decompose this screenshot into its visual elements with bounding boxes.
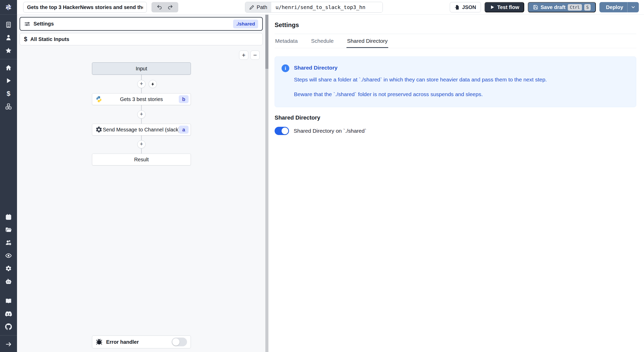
canvas-zoom-controls: + − bbox=[239, 51, 260, 60]
sidebar-nav-group: $ bbox=[0, 61, 17, 113]
flow-settings-box[interactable]: Settings ./shared bbox=[20, 17, 263, 31]
all-static-inputs-box[interactable]: $ All Static Inputs bbox=[20, 33, 263, 45]
sidebar-item-runs[interactable] bbox=[0, 74, 17, 87]
json-button[interactable]: JSON bbox=[450, 2, 481, 12]
sidebar-expand-button[interactable] bbox=[0, 338, 17, 351]
flow-graph: Input + bbox=[92, 62, 191, 165]
pencil-icon bbox=[249, 5, 254, 10]
info-icon: i bbox=[282, 64, 289, 72]
trigger-button[interactable] bbox=[149, 80, 157, 88]
flow-title-input[interactable] bbox=[23, 2, 147, 13]
sidebar-item-folders[interactable] bbox=[0, 223, 17, 236]
sidebar-item-docs[interactable] bbox=[0, 295, 17, 307]
bug-icon bbox=[96, 339, 103, 345]
save-draft-button[interactable]: Save draft Ctrl S bbox=[528, 2, 596, 12]
info-box-line1: Steps will share a folder at `./shared` … bbox=[294, 76, 547, 83]
flow-settings-label: Settings bbox=[33, 21, 54, 27]
windmill-logo[interactable] bbox=[0, 0, 17, 15]
sidebar-item-user[interactable] bbox=[0, 31, 17, 44]
flow-node-step-a[interactable]: Send Message to Channel (slack) a bbox=[92, 124, 191, 136]
sidebar-item-groups[interactable] bbox=[0, 236, 17, 249]
zoom-out-button[interactable]: − bbox=[250, 51, 260, 60]
sidebar-item-settings[interactable] bbox=[0, 262, 17, 275]
topbar: Path JSON Test flow Save draft bbox=[17, 0, 644, 15]
panel-resize-scrollbar[interactable] bbox=[265, 15, 268, 352]
path-input[interactable] bbox=[271, 2, 383, 12]
shared-directory-toggle-row: Shared Directory on `./shared` bbox=[275, 127, 636, 135]
undo-redo-group bbox=[151, 2, 178, 12]
file-export-icon bbox=[455, 5, 460, 10]
sidebar-item-audit-logs[interactable] bbox=[0, 249, 17, 262]
insert-step-button[interactable]: + bbox=[137, 140, 146, 148]
robot-icon bbox=[5, 278, 12, 285]
sidebar: $ bbox=[0, 0, 17, 352]
users-cog-icon bbox=[5, 239, 12, 246]
sidebar-item-workspace[interactable] bbox=[0, 18, 17, 31]
path-label: Path bbox=[257, 4, 267, 10]
sidebar-item-schedules[interactable] bbox=[0, 211, 17, 223]
home-icon bbox=[5, 64, 12, 71]
undo-icon bbox=[157, 4, 162, 10]
error-handler-toggle[interactable] bbox=[172, 338, 187, 346]
info-box-line2: Beware that the `./shared` folder is not… bbox=[294, 90, 547, 98]
sidebar-item-variables[interactable]: $ bbox=[0, 87, 17, 100]
error-handler-node[interactable]: Error handler bbox=[92, 336, 191, 348]
settings-tabs: Metadata Schedule Shared Directory bbox=[275, 34, 636, 48]
json-button-label: JSON bbox=[462, 4, 476, 10]
play-icon bbox=[490, 5, 495, 10]
insert-step-button[interactable]: + bbox=[137, 110, 146, 119]
save-draft-label: Save draft bbox=[540, 4, 565, 10]
shared-directory-badge: ./shared bbox=[233, 20, 258, 28]
star-icon bbox=[5, 47, 12, 54]
step-a-badge: a bbox=[179, 126, 189, 134]
sidebar-item-ai[interactable] bbox=[0, 275, 17, 288]
redo-icon bbox=[167, 4, 173, 10]
user-icon bbox=[5, 34, 12, 41]
path-group: Path bbox=[245, 2, 383, 13]
undo-button[interactable] bbox=[157, 4, 162, 10]
windmill-pinwheel-icon bbox=[4, 3, 13, 12]
gear-icon bbox=[5, 265, 12, 272]
sidebar-item-home[interactable] bbox=[0, 61, 17, 74]
zoom-in-button[interactable]: + bbox=[239, 51, 248, 60]
kbd-s: S bbox=[584, 4, 591, 11]
tab-schedule[interactable]: Schedule bbox=[311, 34, 334, 48]
flow-node-result[interactable]: Result bbox=[92, 154, 191, 165]
redo-button[interactable] bbox=[167, 4, 173, 10]
input-node-label: Input bbox=[136, 66, 147, 72]
flow-node-input[interactable]: Input bbox=[92, 62, 191, 75]
main-area: Path JSON Test flow Save draft bbox=[17, 0, 644, 352]
sidebar-item-favorites[interactable] bbox=[0, 44, 17, 57]
tab-metadata[interactable]: Metadata bbox=[275, 34, 298, 48]
eye-icon bbox=[5, 252, 12, 259]
sidebar-item-github[interactable] bbox=[0, 320, 17, 333]
deploy-options-button[interactable] bbox=[627, 2, 639, 12]
python-icon bbox=[95, 95, 103, 103]
calendar-icon bbox=[5, 214, 12, 220]
sidebar-separator-bottom bbox=[0, 335, 17, 336]
settings-panel: Settings Metadata Schedule Shared Direct… bbox=[268, 15, 644, 352]
sidebar-item-resources[interactable] bbox=[0, 100, 17, 113]
shared-directory-section-title: Shared Directory bbox=[275, 114, 636, 121]
discord-icon bbox=[5, 311, 12, 317]
shared-directory-toggle-label: Shared Directory on `./shared` bbox=[294, 128, 366, 134]
shared-directory-info-box: i Shared Directory Steps will share a fo… bbox=[275, 56, 636, 107]
flow-node-step-b[interactable]: Gets 3 best stories b bbox=[92, 93, 191, 105]
insert-step-button[interactable]: + bbox=[137, 80, 146, 88]
lightning-bolt-icon bbox=[151, 82, 155, 86]
test-flow-button[interactable]: Test flow bbox=[485, 2, 524, 12]
tab-shared-directory[interactable]: Shared Directory bbox=[346, 34, 388, 48]
scrollbar-thumb[interactable] bbox=[265, 15, 268, 69]
sidebar-item-discord[interactable] bbox=[0, 307, 17, 320]
deploy-button[interactable]: Deploy bbox=[599, 2, 627, 12]
info-box-title: Shared Directory bbox=[294, 64, 547, 72]
error-handler-label: Error handler bbox=[106, 339, 139, 345]
path-edit-button[interactable]: Path bbox=[245, 2, 271, 12]
shared-directory-toggle[interactable] bbox=[275, 127, 289, 135]
flow-canvas[interactable]: + − Input + bbox=[17, 45, 265, 352]
sliders-icon bbox=[24, 21, 30, 27]
sidebar-workspace-group bbox=[0, 18, 17, 57]
save-icon bbox=[533, 5, 538, 10]
static-inputs-label: All Static Inputs bbox=[30, 36, 69, 42]
play-icon bbox=[5, 77, 12, 84]
